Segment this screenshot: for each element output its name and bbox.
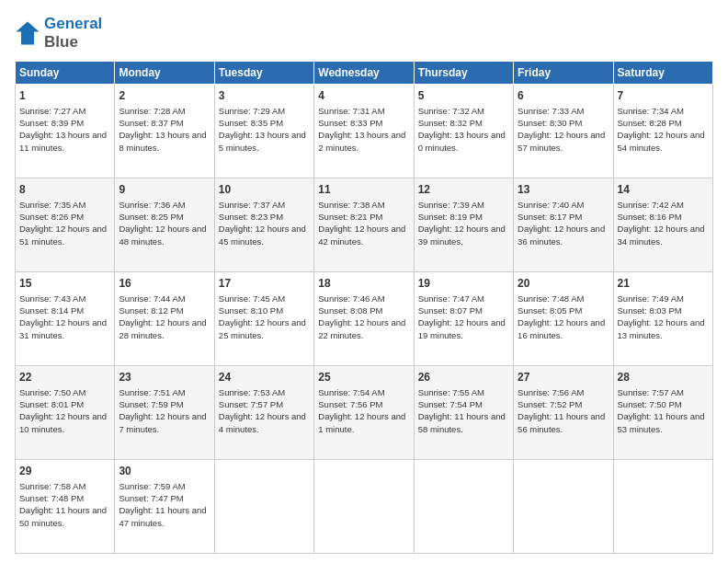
day-cell-1: 1 Sunrise: 7:27 AMSunset: 8:39 PMDayligh…	[16, 85, 115, 178]
day-content: Sunrise: 7:31 AMSunset: 8:33 PMDaylight:…	[318, 105, 409, 154]
day-content: Sunrise: 7:53 AMSunset: 7:57 PMDaylight:…	[219, 386, 310, 435]
day-cell-16: 16 Sunrise: 7:44 AMSunset: 8:12 PMDaylig…	[115, 272, 214, 366]
logo-general: General	[44, 15, 102, 33]
day-content: Sunrise: 7:33 AMSunset: 8:30 PMDaylight:…	[518, 105, 609, 154]
day-cell-13: 13 Sunrise: 7:40 AMSunset: 8:17 PMDaylig…	[514, 178, 613, 272]
day-number: 27	[518, 370, 609, 385]
day-content: Sunrise: 7:51 AMSunset: 7:59 PMDaylight:…	[119, 386, 210, 435]
day-cell-12: 12 Sunrise: 7:39 AMSunset: 8:19 PMDaylig…	[414, 178, 513, 272]
day-number: 17	[219, 276, 310, 292]
day-cell-28: 28 Sunrise: 7:57 AMSunset: 7:50 PMDaylig…	[613, 366, 712, 460]
weekday-header-friday: Friday	[514, 62, 613, 85]
empty-cell	[514, 460, 613, 554]
day-content: Sunrise: 7:32 AMSunset: 8:32 PMDaylight:…	[418, 105, 509, 154]
day-number: 1	[19, 88, 110, 104]
day-number: 5	[418, 88, 509, 104]
day-cell-30: 30 Sunrise: 7:59 AMSunset: 7:47 PMDaylig…	[115, 460, 214, 554]
logo-blue: Blue	[44, 33, 102, 52]
empty-cell	[414, 460, 513, 554]
day-number: 20	[518, 276, 609, 292]
week-row-2: 8 Sunrise: 7:35 AMSunset: 8:26 PMDayligh…	[16, 178, 713, 272]
day-content: Sunrise: 7:44 AMSunset: 8:12 PMDaylight:…	[119, 293, 210, 341]
day-cell-3: 3 Sunrise: 7:29 AMSunset: 8:35 PMDayligh…	[214, 85, 313, 178]
day-number: 22	[19, 370, 110, 385]
day-content: Sunrise: 7:38 AMSunset: 8:21 PMDaylight:…	[318, 199, 409, 247]
day-number: 12	[418, 182, 509, 198]
day-cell-19: 19 Sunrise: 7:47 AMSunset: 8:07 PMDaylig…	[414, 272, 513, 366]
day-number: 10	[219, 182, 310, 198]
day-cell-5: 5 Sunrise: 7:32 AMSunset: 8:32 PMDayligh…	[414, 85, 513, 178]
day-content: Sunrise: 7:55 AMSunset: 7:54 PMDaylight:…	[418, 386, 509, 435]
day-content: Sunrise: 7:40 AMSunset: 8:17 PMDaylight:…	[518, 199, 609, 247]
day-cell-18: 18 Sunrise: 7:46 AMSunset: 8:08 PMDaylig…	[314, 272, 414, 366]
day-number: 28	[618, 370, 709, 385]
day-number: 23	[119, 370, 210, 385]
calendar-table: SundayMondayTuesdayWednesdayThursdayFrid…	[15, 61, 713, 554]
day-cell-7: 7 Sunrise: 7:34 AMSunset: 8:28 PMDayligh…	[613, 85, 712, 178]
day-cell-22: 22 Sunrise: 7:50 AMSunset: 8:01 PMDaylig…	[16, 366, 115, 460]
day-cell-17: 17 Sunrise: 7:45 AMSunset: 8:10 PMDaylig…	[214, 272, 313, 366]
day-content: Sunrise: 7:37 AMSunset: 8:23 PMDaylight:…	[219, 199, 310, 247]
day-number: 25	[318, 370, 409, 385]
day-number: 30	[119, 464, 210, 479]
day-cell-8: 8 Sunrise: 7:35 AMSunset: 8:26 PMDayligh…	[16, 178, 115, 272]
day-number: 18	[318, 276, 409, 292]
day-content: Sunrise: 7:48 AMSunset: 8:05 PMDaylight:…	[518, 293, 609, 341]
weekday-header-monday: Monday	[115, 62, 214, 85]
empty-cell	[314, 460, 414, 554]
day-number: 14	[618, 182, 709, 198]
day-number: 26	[418, 370, 509, 385]
day-content: Sunrise: 7:36 AMSunset: 8:25 PMDaylight:…	[119, 199, 210, 247]
weekday-header-sunday: Sunday	[16, 62, 115, 85]
day-content: Sunrise: 7:50 AMSunset: 8:01 PMDaylight:…	[19, 386, 110, 435]
week-row-3: 15 Sunrise: 7:43 AMSunset: 8:14 PMDaylig…	[16, 272, 713, 366]
day-number: 8	[19, 182, 110, 198]
day-content: Sunrise: 7:34 AMSunset: 8:28 PMDaylight:…	[618, 105, 709, 154]
empty-cell	[613, 460, 712, 554]
day-number: 11	[318, 182, 409, 198]
day-cell-29: 29 Sunrise: 7:58 AMSunset: 7:48 PMDaylig…	[16, 460, 115, 554]
day-number: 19	[418, 276, 509, 292]
weekday-header-wednesday: Wednesday	[314, 62, 414, 85]
day-cell-27: 27 Sunrise: 7:56 AMSunset: 7:52 PMDaylig…	[514, 366, 613, 460]
page: General Blue SundayMondayTuesdayWednesda…	[0, 0, 728, 563]
day-cell-10: 10 Sunrise: 7:37 AMSunset: 8:23 PMDaylig…	[214, 178, 313, 272]
day-content: Sunrise: 7:54 AMSunset: 7:56 PMDaylight:…	[318, 386, 409, 435]
day-number: 4	[318, 88, 409, 104]
weekday-header-tuesday: Tuesday	[214, 62, 313, 85]
weekday-header-thursday: Thursday	[414, 62, 513, 85]
weekday-header-row: SundayMondayTuesdayWednesdayThursdayFrid…	[16, 62, 713, 85]
day-content: Sunrise: 7:39 AMSunset: 8:19 PMDaylight:…	[418, 199, 509, 247]
day-content: Sunrise: 7:59 AMSunset: 7:47 PMDaylight:…	[119, 480, 210, 529]
day-number: 6	[518, 88, 609, 104]
logo-icon	[15, 20, 40, 46]
svg-marker-0	[16, 21, 39, 44]
day-content: Sunrise: 7:46 AMSunset: 8:08 PMDaylight:…	[318, 293, 409, 341]
day-cell-15: 15 Sunrise: 7:43 AMSunset: 8:14 PMDaylig…	[16, 272, 115, 366]
day-content: Sunrise: 7:45 AMSunset: 8:10 PMDaylight:…	[219, 293, 310, 341]
day-cell-25: 25 Sunrise: 7:54 AMSunset: 7:56 PMDaylig…	[314, 366, 414, 460]
week-row-1: 1 Sunrise: 7:27 AMSunset: 8:39 PMDayligh…	[16, 85, 713, 178]
day-cell-4: 4 Sunrise: 7:31 AMSunset: 8:33 PMDayligh…	[314, 85, 414, 178]
day-cell-2: 2 Sunrise: 7:28 AMSunset: 8:37 PMDayligh…	[115, 85, 214, 178]
week-row-5: 29 Sunrise: 7:58 AMSunset: 7:48 PMDaylig…	[16, 460, 713, 554]
day-content: Sunrise: 7:47 AMSunset: 8:07 PMDaylight:…	[418, 293, 509, 341]
day-content: Sunrise: 7:58 AMSunset: 7:48 PMDaylight:…	[19, 480, 110, 529]
day-cell-24: 24 Sunrise: 7:53 AMSunset: 7:57 PMDaylig…	[214, 366, 313, 460]
logo-text: General Blue	[44, 15, 102, 52]
day-number: 13	[518, 182, 609, 198]
day-cell-14: 14 Sunrise: 7:42 AMSunset: 8:16 PMDaylig…	[613, 178, 712, 272]
day-content: Sunrise: 7:42 AMSunset: 8:16 PMDaylight:…	[618, 199, 709, 247]
day-number: 7	[618, 88, 709, 104]
week-row-4: 22 Sunrise: 7:50 AMSunset: 8:01 PMDaylig…	[16, 366, 713, 460]
empty-cell	[214, 460, 313, 554]
day-cell-11: 11 Sunrise: 7:38 AMSunset: 8:21 PMDaylig…	[314, 178, 414, 272]
day-number: 29	[19, 464, 110, 479]
day-cell-6: 6 Sunrise: 7:33 AMSunset: 8:30 PMDayligh…	[514, 85, 613, 178]
day-number: 21	[618, 276, 709, 292]
day-content: Sunrise: 7:43 AMSunset: 8:14 PMDaylight:…	[19, 293, 110, 341]
weekday-header-saturday: Saturday	[613, 62, 712, 85]
day-content: Sunrise: 7:56 AMSunset: 7:52 PMDaylight:…	[518, 386, 609, 435]
day-number: 2	[119, 88, 210, 104]
day-content: Sunrise: 7:29 AMSunset: 8:35 PMDaylight:…	[219, 105, 310, 154]
